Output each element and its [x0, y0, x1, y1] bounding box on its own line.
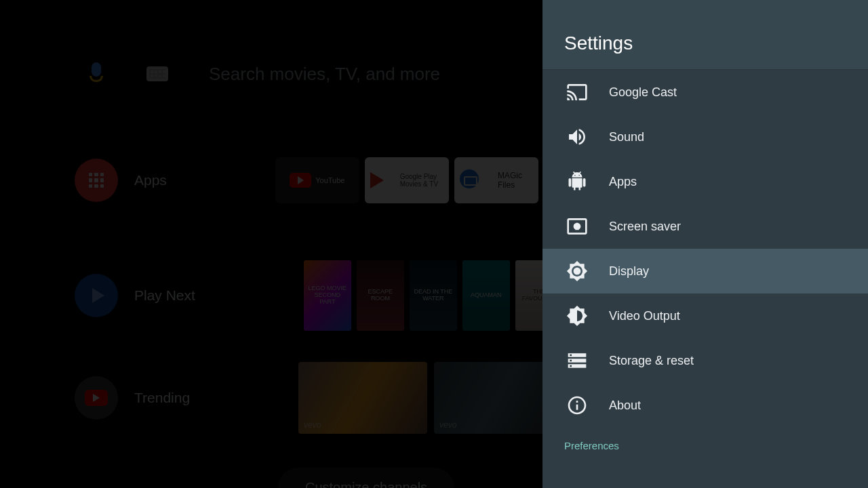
settings-item-google-cast[interactable]: Google Cast	[542, 70, 868, 115]
android-icon	[564, 169, 590, 195]
settings-panel: Settings Google Cast Sound Apps Screen s…	[542, 0, 868, 488]
volume-icon	[564, 124, 590, 150]
settings-item-about[interactable]: About	[542, 383, 868, 428]
settings-item-storage-reset[interactable]: Storage & reset	[542, 338, 868, 383]
settings-item-label: Sound	[609, 130, 644, 144]
settings-item-display[interactable]: Display	[542, 249, 868, 293]
settings-list: Google Cast Sound Apps Screen saver Disp	[542, 70, 868, 488]
video-output-icon	[564, 303, 590, 329]
info-icon	[564, 392, 590, 418]
settings-item-label: Apps	[609, 175, 637, 189]
settings-item-sound[interactable]: Sound	[542, 115, 868, 159]
settings-item-apps[interactable]: Apps	[542, 159, 868, 204]
settings-item-label: Google Cast	[609, 85, 677, 100]
settings-item-video-output[interactable]: Video Output	[542, 293, 868, 338]
cast-icon	[564, 79, 590, 105]
settings-item-label: Storage & reset	[609, 354, 694, 368]
storage-icon	[564, 348, 590, 373]
settings-title: Settings	[542, 0, 868, 70]
settings-section-preferences: Preferences	[542, 428, 868, 457]
screensaver-icon	[564, 214, 590, 239]
settings-item-label: Video Output	[609, 309, 680, 323]
settings-item-label: Display	[609, 264, 649, 279]
brightness-icon	[564, 258, 590, 284]
settings-item-label: About	[609, 399, 641, 413]
settings-item-screen-saver[interactable]: Screen saver	[542, 204, 868, 249]
settings-item-label: Screen saver	[609, 220, 681, 234]
